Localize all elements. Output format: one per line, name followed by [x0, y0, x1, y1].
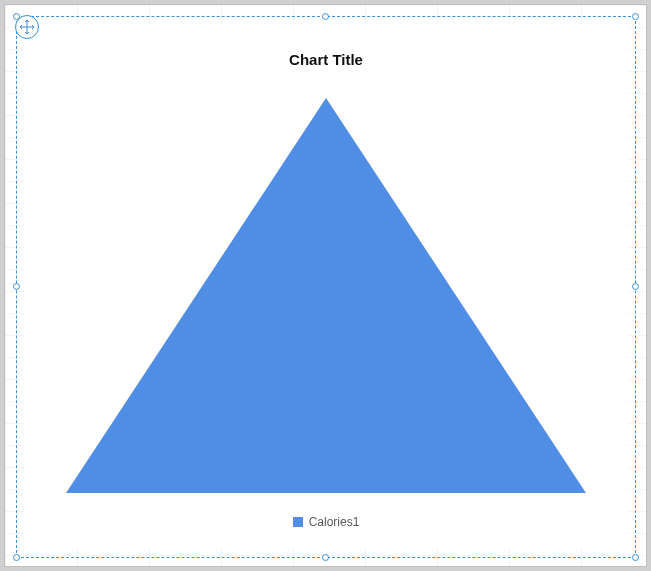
chart-selection-box[interactable]: Chart Title Calories1 [16, 16, 636, 558]
move-handle[interactable] [15, 15, 39, 39]
resize-handle-bottom-center[interactable] [322, 554, 329, 561]
resize-handle-top-right[interactable] [632, 13, 639, 20]
resize-handle-left-center[interactable] [13, 283, 20, 290]
resize-handle-right-center[interactable] [632, 283, 639, 290]
chart-series-area[interactable] [25, 83, 627, 493]
chart-plot-area[interactable]: Chart Title Calories1 [25, 25, 627, 549]
chart-title[interactable]: Chart Title [25, 51, 627, 68]
legend-swatch [293, 517, 303, 527]
chart-series-shape [66, 98, 586, 493]
resize-handle-top-center[interactable] [322, 13, 329, 20]
legend-label: Calories1 [309, 515, 360, 529]
resize-handle-bottom-left[interactable] [13, 554, 20, 561]
worksheet-area: Chart Title Calories1 [4, 4, 647, 567]
move-icon [19, 19, 35, 35]
chart-legend[interactable]: Calories1 [25, 515, 627, 529]
resize-handle-bottom-right[interactable] [632, 554, 639, 561]
